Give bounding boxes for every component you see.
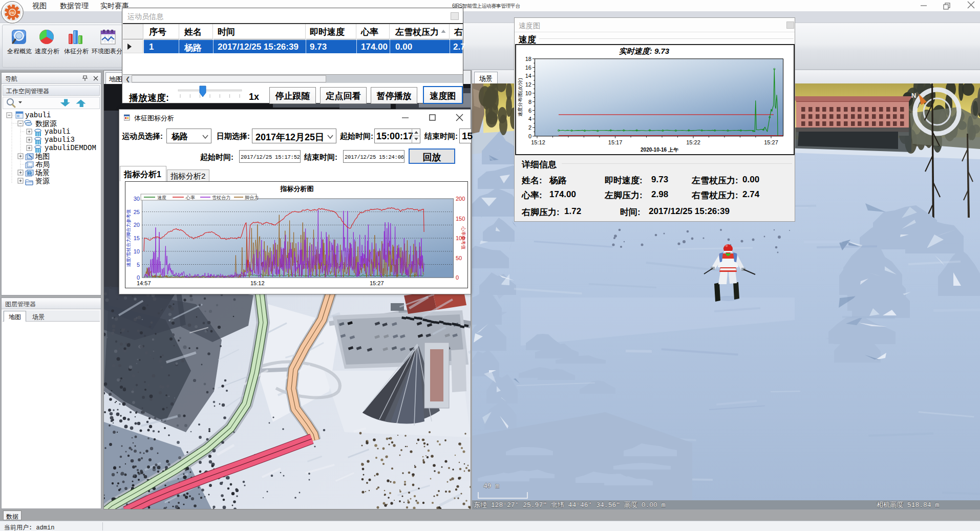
svg-text:4: 4 [528, 116, 531, 122]
svg-text:指标分析图: 指标分析图 [280, 185, 314, 193]
svg-text:雪杖合力: 雪杖合力 [212, 195, 230, 200]
svg-text:15:22: 15:22 [686, 139, 700, 145]
svg-text:200: 200 [456, 196, 465, 202]
svg-text:10: 10 [134, 248, 140, 254]
svg-text:50: 50 [456, 255, 462, 261]
svg-text:心率参考值: 心率参考值 [461, 226, 466, 250]
svg-text:20: 20 [134, 222, 140, 228]
svg-text:150: 150 [456, 216, 465, 222]
svg-text:25: 25 [134, 209, 140, 215]
svg-text:0: 0 [456, 274, 459, 281]
svg-text:N: N [911, 92, 916, 99]
svg-text:15:27: 15:27 [764, 139, 778, 145]
svg-text:FD: FD [10, 11, 15, 14]
svg-text:相机高度 518.84 m: 相机高度 518.84 m [876, 501, 939, 509]
svg-text:15: 15 [134, 235, 140, 241]
svg-text:49 m: 49 m [483, 482, 499, 490]
svg-text:15:17: 15:17 [608, 139, 623, 145]
svg-text:实时速度: 9.73: 实时速度: 9.73 [619, 47, 670, 55]
svg-text:东经 128°27′ 25.97″ 北纬 44°46′ 3: 东经 128°27′ 25.97″ 北纬 44°46′ 34.56″ 高度 0.… [474, 501, 666, 509]
svg-text:14: 14 [525, 73, 531, 79]
svg-text:15:12: 15:12 [531, 139, 545, 145]
svg-text:8: 8 [528, 99, 531, 105]
svg-text:15:27: 15:27 [370, 280, 384, 286]
svg-text:12: 12 [525, 81, 531, 88]
svg-text:15:12: 15:12 [250, 280, 265, 286]
svg-text:2: 2 [528, 124, 531, 131]
svg-text:10: 10 [525, 90, 531, 96]
svg-text:30: 30 [134, 196, 140, 202]
svg-text:6: 6 [528, 108, 531, 114]
svg-text:2020-10-16 上午: 2020-10-16 上午 [641, 147, 679, 153]
svg-text:16: 16 [525, 65, 531, 71]
svg-text:速度/雪杖合力/脚合力参考值: 速度/雪杖合力/脚合力参考值 [126, 209, 131, 267]
svg-text:14:57: 14:57 [137, 280, 151, 286]
svg-text:5: 5 [137, 262, 140, 268]
svg-text:速度: 速度 [157, 195, 166, 200]
svg-text:0: 0 [528, 133, 531, 139]
svg-text:心率: 心率 [185, 195, 195, 200]
svg-text:脚合力: 脚合力 [245, 195, 259, 200]
svg-text:18: 18 [525, 56, 531, 62]
svg-text:速度分布图(次/分): 速度分布图(次/分) [517, 78, 523, 116]
